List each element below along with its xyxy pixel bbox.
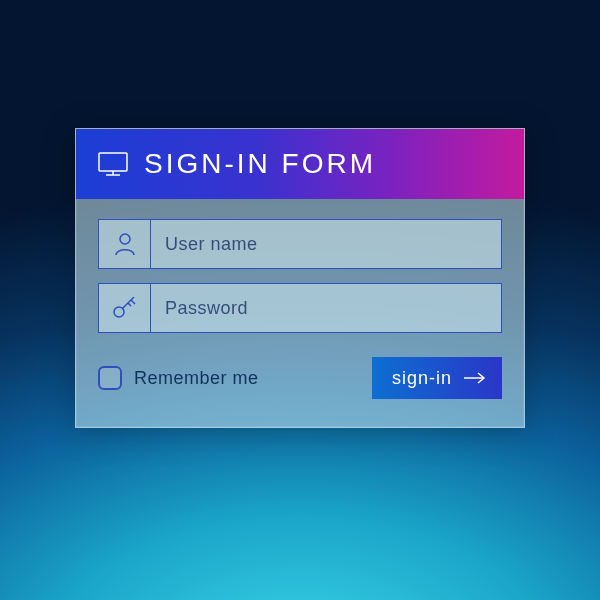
svg-rect-0 xyxy=(99,153,127,171)
form-title: SIGN-IN FORM xyxy=(144,148,376,180)
card-body: Remember me sign-in xyxy=(76,199,524,427)
checkbox-icon xyxy=(98,366,122,390)
password-field[interactable] xyxy=(98,283,502,333)
monitor-icon xyxy=(98,152,128,176)
user-icon xyxy=(99,220,151,268)
signin-button[interactable]: sign-in xyxy=(372,357,502,399)
signin-card: SIGN-IN FORM xyxy=(75,128,525,428)
remember-me-label: Remember me xyxy=(134,368,259,389)
signin-button-label: sign-in xyxy=(392,368,452,389)
svg-line-5 xyxy=(122,297,134,309)
key-icon xyxy=(99,284,151,332)
card-header: SIGN-IN FORM xyxy=(76,129,524,199)
svg-line-6 xyxy=(131,300,135,304)
password-input[interactable] xyxy=(151,284,501,332)
svg-point-3 xyxy=(120,234,130,244)
arrow-right-icon xyxy=(464,368,486,389)
username-field[interactable] xyxy=(98,219,502,269)
svg-line-7 xyxy=(128,303,131,306)
username-input[interactable] xyxy=(151,220,501,268)
remember-me-toggle[interactable]: Remember me xyxy=(98,366,259,390)
form-footer: Remember me sign-in xyxy=(98,357,502,399)
